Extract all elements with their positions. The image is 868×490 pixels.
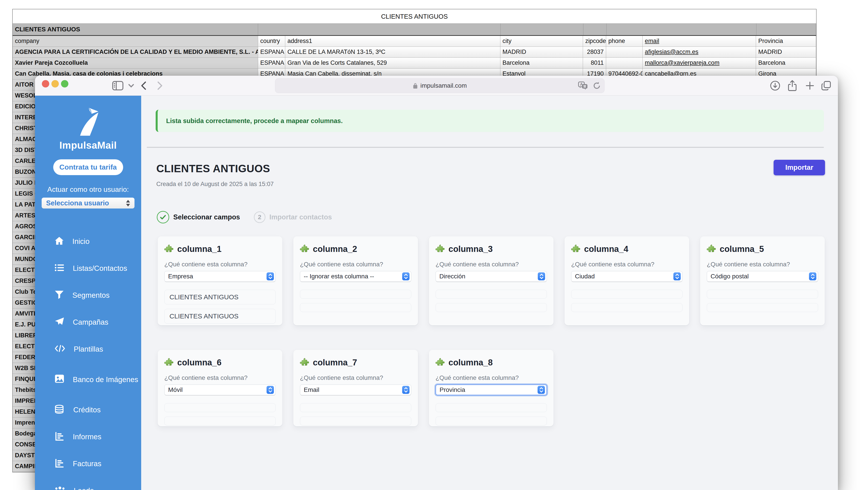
sheet-row: companycountryaddress1cityzipcodephoneem… xyxy=(13,36,816,47)
select-stepper-icon xyxy=(402,386,409,394)
chevron-down-icon[interactable] xyxy=(128,76,134,96)
column-card-title: columna_5 xyxy=(720,244,764,254)
column-card-columna_2: columna_2¿Qué contiene esta columna?-- I… xyxy=(293,236,418,325)
column-card-columna_7: columna_7¿Qué contiene esta columna?Emai… xyxy=(293,350,418,426)
column-card-title: columna_1 xyxy=(177,244,222,254)
address-bar[interactable]: impulsamail.com A xyxy=(275,78,604,93)
reload-icon[interactable] xyxy=(593,81,601,90)
sidebar-item-campa-as[interactable]: Campañas xyxy=(35,309,141,336)
column-field-select[interactable]: Empresa xyxy=(164,271,276,282)
image-icon xyxy=(55,374,64,385)
column-field-value: -- Ignorar esta columna -- xyxy=(304,273,374,280)
sample-value-box xyxy=(164,417,276,425)
back-button[interactable] xyxy=(140,76,147,96)
sheet-title: CLIENTES ANTIGUOS xyxy=(13,9,816,24)
column-field-select[interactable]: Email xyxy=(300,385,411,395)
column-card-title: columna_2 xyxy=(313,244,357,254)
sidebar-item-segmentos[interactable]: Segmentos xyxy=(35,282,141,309)
sidebar-item-label: Campañas xyxy=(73,318,108,327)
column-field-select[interactable]: Móvil xyxy=(164,385,276,395)
sidebar-toggle-icon[interactable] xyxy=(112,76,124,96)
zoom-window-button[interactable] xyxy=(61,80,68,88)
import-button[interactable]: Importar xyxy=(774,160,825,175)
column-field-select[interactable]: -- Ignorar esta columna -- xyxy=(300,271,411,282)
sheet-cell: Barcelona xyxy=(500,58,583,68)
sample-value-box xyxy=(300,303,411,312)
invoice-chart-icon xyxy=(55,459,64,469)
puzzle-icon xyxy=(571,244,581,254)
code-icon xyxy=(55,345,65,354)
column-field-select[interactable]: Ciudad xyxy=(571,271,683,282)
puzzle-icon xyxy=(436,244,445,254)
sheet-band-cell xyxy=(607,24,757,35)
share-icon[interactable] xyxy=(787,76,798,96)
tab-overview-icon[interactable] xyxy=(820,76,832,96)
column-field-value: Código postal xyxy=(711,273,749,280)
lock-icon xyxy=(413,82,418,89)
puzzle-icon xyxy=(300,244,309,254)
sidebar-item-informes[interactable]: Informes xyxy=(35,423,141,450)
sidebar-item-label: Segmentos xyxy=(72,291,110,300)
sheet-cell: zipcode xyxy=(583,36,606,46)
column-card-columna_6: columna_6¿Qué contiene esta columna?Móvi… xyxy=(158,350,282,426)
sidebar-item-leads[interactable]: Leads xyxy=(35,477,141,490)
column-field-select[interactable]: Código postal xyxy=(707,271,818,282)
brand-name: ImpulsaMail xyxy=(35,140,141,151)
sidebar-item-label: Inicio xyxy=(72,237,90,246)
bar-chart-icon xyxy=(55,432,64,443)
column-card-title: columna_6 xyxy=(177,358,222,367)
select-stepper-icon xyxy=(267,386,274,394)
user-select[interactable]: Selecciona usuario xyxy=(42,198,134,208)
select-arrows-icon xyxy=(125,199,131,207)
impersonate-label: Actuar como otro usuario: xyxy=(35,185,141,194)
column-question-label: ¿Qué contiene esta columna? xyxy=(436,374,547,382)
sheet-row: AGENCIA PARA LA CERTIFICACIÓN DE LA CALI… xyxy=(13,47,816,58)
sheet-cell: phone xyxy=(606,36,643,46)
sidebar-item-listas-contactos[interactable]: Listas/Contactos xyxy=(35,255,141,282)
select-stepper-icon xyxy=(809,272,816,281)
column-field-select[interactable]: Dirección xyxy=(436,271,547,282)
users-icon xyxy=(55,486,65,490)
sheet-cell: ESPANA xyxy=(258,47,285,57)
sheet-cell: ESPANA xyxy=(258,58,285,68)
minimize-window-button[interactable] xyxy=(52,80,59,88)
sheet-band-cell: CLIENTES ANTIGUOS xyxy=(13,24,258,35)
sidebar-item-label: Informes xyxy=(73,432,101,441)
forward-button[interactable] xyxy=(156,76,164,96)
close-window-button[interactable] xyxy=(42,80,49,88)
email-link: afiglesias@accm.es xyxy=(645,48,699,55)
sheet-cell: mallorca@xavierpareja.com xyxy=(643,58,756,68)
sample-value-box: CLIENTES ANTIGUOS xyxy=(164,290,276,304)
sheet-cell-company: AGENCIA PARA LA CERTIFICACIÓN DE LA CALI… xyxy=(13,47,258,57)
downloads-icon[interactable] xyxy=(770,76,780,96)
sidebar-item-banco-de-im-genes[interactable]: Banco de Imágenes xyxy=(35,363,141,396)
new-tab-icon[interactable] xyxy=(805,76,815,96)
sidebar-item-plantillas[interactable]: Plantillas xyxy=(35,336,141,363)
column-card-title: columna_8 xyxy=(448,358,493,367)
sidebar-item-cr-ditos[interactable]: Créditos xyxy=(35,396,141,423)
sample-value-box xyxy=(436,290,547,299)
column-question-label: ¿Qué contiene esta columna? xyxy=(436,261,547,268)
puzzle-icon xyxy=(164,244,174,254)
safari-window: impulsamail.com A xyxy=(35,76,838,490)
sidebar-item-facturas[interactable]: Facturas xyxy=(35,450,141,477)
sheet-cell: email xyxy=(643,36,756,46)
select-stepper-icon xyxy=(538,272,545,281)
sidebar-item-inicio[interactable]: Inicio xyxy=(35,228,141,255)
contrata-tarifa-button[interactable]: Contrata tu tarifa xyxy=(53,159,123,175)
sheet-cell-company: company xyxy=(13,36,258,46)
translate-icon[interactable]: A xyxy=(578,81,588,90)
sidebar-item-label: Listas/Contactos xyxy=(73,264,127,273)
app-sidebar: ImpulsaMail Contrata tu tarifa Actuar co… xyxy=(35,96,141,490)
column-field-select[interactable]: Provincia xyxy=(436,385,547,395)
sample-value-box xyxy=(436,303,547,312)
sample-value-box xyxy=(707,290,818,299)
sidebar-item-label: Créditos xyxy=(73,405,101,414)
column-card-title: columna_4 xyxy=(584,244,628,254)
sheet-cell: CALLE DE LA MARATóN 13-15, 3ºC xyxy=(285,47,500,57)
column-question-label: ¿Qué contiene esta columna? xyxy=(164,374,276,382)
column-card-columna_3: columna_3¿Qué contiene esta columna?Dire… xyxy=(429,236,554,325)
sheet-cell: 8011 xyxy=(583,58,606,68)
step-done-icon xyxy=(157,211,169,223)
select-stepper-icon xyxy=(673,272,681,281)
